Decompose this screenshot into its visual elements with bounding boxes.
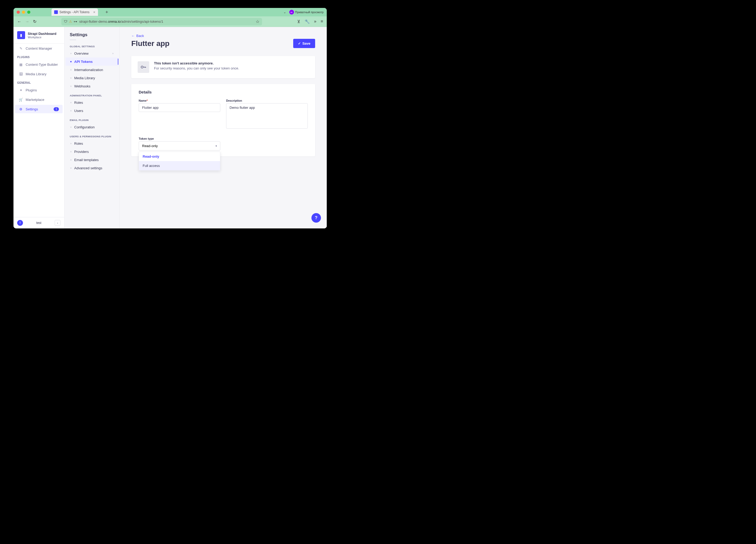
save-button[interactable]: ✓ Save bbox=[293, 39, 315, 48]
nav-header: ▮ Strapi Dashboard Workplace bbox=[13, 27, 64, 43]
devtools-icon[interactable]: 🔧 bbox=[305, 19, 310, 24]
settings-title: Settings bbox=[66, 32, 118, 39]
private-mode-badge: ∞ Приватный просмотр bbox=[289, 10, 324, 15]
help-button[interactable]: ? bbox=[311, 213, 321, 223]
app-title: Strapi Dashboard bbox=[28, 32, 56, 36]
token-type-value: Read-only bbox=[142, 144, 158, 148]
key-icon[interactable]: ⊶ bbox=[74, 20, 77, 24]
settings-internationalization[interactable]: Internationalization bbox=[66, 66, 118, 74]
svg-point-0 bbox=[141, 66, 143, 68]
token-type-label: Token type bbox=[139, 137, 220, 140]
token-type-select[interactable]: Read-only ▾ bbox=[139, 141, 220, 151]
nav-marketplace[interactable]: 🛒 Marketplace bbox=[15, 95, 63, 104]
name-input[interactable] bbox=[139, 103, 220, 112]
avatar[interactable]: T bbox=[17, 220, 23, 226]
title-bar: Settings - API Tokens × + ⌄ ∞ Приватный … bbox=[13, 8, 327, 16]
warning-body: For security reasons, you can only see y… bbox=[154, 66, 239, 70]
settings-perm-roles[interactable]: Roles bbox=[66, 139, 118, 148]
name-label: Name* bbox=[139, 99, 220, 102]
favicon-icon bbox=[54, 10, 58, 14]
settings-badge: 1 bbox=[54, 107, 59, 111]
description-textarea[interactable]: Demo flutter app bbox=[226, 103, 308, 129]
browser-toolbar: ← → ↻ 🛡 ⚠ ⊶ strapi-flutter-demo.orena.io… bbox=[13, 16, 327, 27]
pencil-icon: ✎ bbox=[19, 46, 23, 50]
settings-admin-users[interactable]: Users bbox=[66, 107, 118, 115]
close-tab-button[interactable]: × bbox=[93, 10, 95, 14]
forward-button[interactable]: → bbox=[25, 19, 29, 24]
settings-providers[interactable]: Providers bbox=[66, 148, 118, 156]
settings-webhooks[interactable]: Webhooks bbox=[66, 82, 118, 90]
nav-media-library[interactable]: 🖼 Media Library bbox=[15, 70, 63, 78]
group-email: EMAIL PLUGIN bbox=[66, 118, 118, 123]
arrow-left-icon: ← bbox=[131, 34, 135, 38]
nav-footer: T test ‹ bbox=[13, 217, 64, 228]
option-full-access[interactable]: Full access bbox=[139, 161, 220, 170]
nav-settings[interactable]: ⚙ Settings 1 bbox=[15, 105, 63, 113]
minimize-window-button[interactable] bbox=[22, 11, 25, 14]
new-tab-button[interactable]: + bbox=[105, 10, 108, 15]
browser-tab[interactable]: Settings - API Tokens × bbox=[52, 8, 98, 16]
lock-warning-icon[interactable]: ⚠ bbox=[69, 20, 72, 24]
app-subtitle: Workplace bbox=[28, 36, 56, 39]
nav-content-manager[interactable]: ✎ Content Manager bbox=[15, 44, 63, 53]
option-read-only[interactable]: Read-only bbox=[139, 152, 220, 161]
puzzle-icon: ✦ bbox=[19, 88, 23, 92]
details-card: Details Name* Description Demo flutter a… bbox=[131, 84, 315, 156]
settings-overview[interactable]: Overview bbox=[66, 49, 118, 58]
token-type-dropdown: Read-only Full access bbox=[139, 152, 220, 171]
page-title: Flutter app bbox=[131, 39, 170, 48]
group-permissions: USERS & PERMISSIONS PLUGIN bbox=[66, 134, 118, 139]
close-window-button[interactable] bbox=[17, 11, 20, 14]
bookmark-star-icon[interactable]: ☆ bbox=[256, 19, 259, 24]
collapse-sidebar-button[interactable]: ‹ bbox=[55, 220, 60, 226]
overflow-icon[interactable]: » bbox=[314, 19, 316, 24]
browser-window: Settings - API Tokens × + ⌄ ∞ Приватный … bbox=[13, 8, 327, 228]
description-label: Description bbox=[226, 99, 308, 102]
settings-advanced[interactable]: Advanced settings bbox=[66, 164, 118, 172]
image-icon: 🖼 bbox=[19, 72, 23, 76]
tab-title: Settings - API Tokens bbox=[59, 10, 90, 14]
warning-title: This token isn't accessible anymore. bbox=[154, 61, 239, 65]
section-general: GENERAL bbox=[13, 79, 64, 85]
reload-button[interactable]: ↻ bbox=[33, 19, 36, 24]
main-nav-sidebar: ▮ Strapi Dashboard Workplace ✎ Content M… bbox=[13, 27, 64, 228]
token-type-field: Token type Read-only ▾ Read-only Full ac… bbox=[139, 137, 220, 151]
cart-icon: 🛒 bbox=[19, 97, 23, 102]
incognito-icon: ∞ bbox=[289, 10, 294, 15]
main-content: ← Back Flutter app ✓ Save This token isn… bbox=[120, 27, 327, 228]
settings-sidebar: Settings GLOBAL SETTINGS Overview API To… bbox=[64, 27, 120, 228]
settings-api-tokens[interactable]: API Tokens bbox=[66, 58, 118, 66]
strapi-logo-icon: ▮ bbox=[17, 31, 25, 39]
back-button[interactable]: ← bbox=[17, 19, 21, 24]
description-field: Description Demo flutter app bbox=[226, 99, 308, 130]
settings-email-configuration[interactable]: Configuration bbox=[66, 123, 118, 131]
settings-media-library[interactable]: Media Library bbox=[66, 74, 118, 82]
details-heading: Details bbox=[139, 90, 308, 94]
settings-email-templates[interactable]: Email templates bbox=[66, 156, 118, 164]
group-global: GLOBAL SETTINGS bbox=[66, 44, 118, 49]
section-plugins: PLUGINS bbox=[13, 53, 64, 60]
group-admin: ADMINISTRATION PANEL bbox=[66, 93, 118, 99]
menu-icon[interactable]: ≡ bbox=[321, 19, 323, 24]
address-bar[interactable]: 🛡 ⚠ ⊶ strapi-flutter-demo.orena.io/admin… bbox=[61, 18, 262, 25]
gear-icon: ⚙ bbox=[19, 107, 23, 111]
back-link[interactable]: ← Back bbox=[131, 34, 315, 38]
chevron-down-icon: ▾ bbox=[216, 144, 217, 147]
check-icon: ✓ bbox=[298, 41, 301, 45]
layout-icon: ▦ bbox=[19, 62, 23, 67]
name-field: Name* bbox=[139, 99, 220, 130]
token-warning-box: This token isn't accessible anymore. For… bbox=[131, 56, 315, 78]
shield-icon[interactable]: 🛡 bbox=[64, 20, 67, 24]
pocket-icon[interactable]: ⊻ bbox=[297, 19, 300, 24]
key-icon bbox=[138, 61, 149, 73]
nav-content-type-builder[interactable]: ▦ Content-Type Builder bbox=[15, 60, 63, 69]
url-text: strapi-flutter-demo.orena.io/admin/setti… bbox=[79, 20, 163, 24]
nav-plugins[interactable]: ✦ Plugins bbox=[15, 86, 63, 94]
tabs-dropdown-icon[interactable]: ⌄ bbox=[283, 10, 286, 14]
user-name: test bbox=[26, 221, 52, 225]
settings-admin-roles[interactable]: Roles bbox=[66, 99, 118, 107]
traffic-lights bbox=[17, 11, 30, 14]
maximize-window-button[interactable] bbox=[27, 11, 30, 14]
